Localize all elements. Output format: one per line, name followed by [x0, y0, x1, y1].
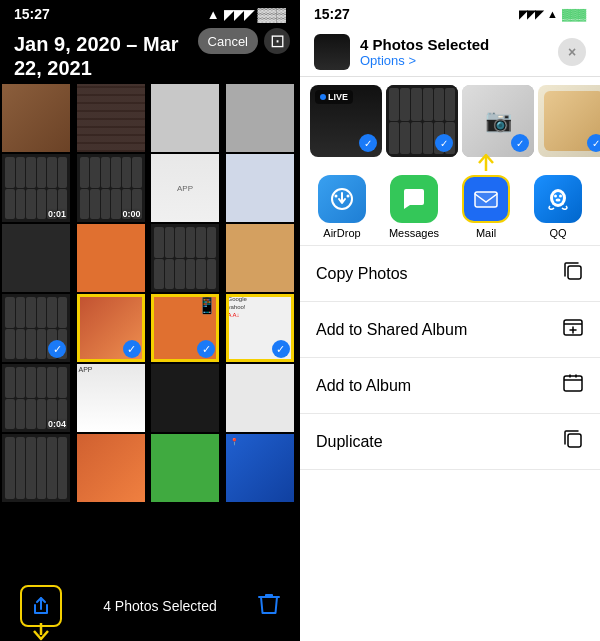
qq-icon	[534, 175, 582, 223]
grid-cell[interactable]	[2, 224, 70, 292]
grid-cell[interactable]	[77, 84, 145, 152]
cancel-button[interactable]: Cancel	[198, 28, 258, 54]
strip-check: ✓	[587, 134, 600, 152]
grid-cell[interactable]	[226, 84, 294, 152]
grid-cell-selected[interactable]: ✓	[77, 294, 145, 362]
battery-icon-left: ▓▓▓	[258, 7, 286, 22]
time-left: 15:27	[14, 6, 50, 22]
mail-label: Mail	[476, 227, 496, 239]
grid-cell[interactable]	[2, 84, 70, 152]
mail-arrow-indicator	[475, 151, 497, 177]
grid-cell[interactable]	[226, 224, 294, 292]
grid-cell-selected[interactable]: ✓	[2, 294, 70, 362]
wifi-icon-left: ▲	[207, 7, 220, 22]
right-panel: 15:27 ◤◤◤ ▲ ▓▓▓ 4 Photos Selected Option…	[300, 0, 600, 641]
grid-cell[interactable]	[151, 224, 219, 292]
grid-cell[interactable]	[226, 364, 294, 432]
copy-photos-label: Copy Photos	[316, 265, 408, 283]
svg-point-7	[559, 195, 562, 198]
top-right-buttons[interactable]: Cancel ⊡	[198, 28, 290, 54]
grid-cell[interactable]	[151, 434, 219, 502]
photo-grid: 0:01 0:00 APP	[0, 84, 300, 571]
add-album-icon	[562, 372, 584, 399]
select-icon[interactable]: ⊡	[264, 28, 290, 54]
grid-cell[interactable]	[77, 224, 145, 292]
action-item-duplicate[interactable]: Duplicate	[300, 414, 600, 470]
options-link[interactable]: Options >	[360, 53, 558, 68]
duplicate-label: Duplicate	[316, 433, 383, 451]
grid-cell[interactable]: APP	[77, 364, 145, 432]
add-shared-album-icon	[562, 316, 584, 343]
add-album-label: Add to Album	[316, 377, 411, 395]
status-icons-right: ◤◤◤ ▲ ▓▓▓	[519, 8, 586, 21]
strip-photo[interactable]: 📷 ✓	[462, 85, 534, 157]
svg-point-2	[347, 195, 350, 198]
check-badge: ✓	[123, 340, 141, 358]
qq-label: QQ	[549, 227, 566, 239]
app-item-messages[interactable]: Messages	[384, 175, 444, 239]
grid-cell-selected[interactable]: 📱 ✓	[151, 294, 219, 362]
duplicate-icon	[562, 428, 584, 455]
action-item-copy-photos[interactable]: Copy Photos	[300, 246, 600, 302]
strip-photo[interactable]: LIVE ✓	[310, 85, 382, 157]
svg-point-1	[335, 195, 338, 198]
svg-rect-11	[564, 376, 582, 391]
selected-count-label: 4 Photos Selected	[103, 598, 217, 614]
share-sheet-header: 4 Photos Selected Options > ×	[300, 26, 600, 77]
app-item-mail[interactable]: Mail	[456, 175, 516, 239]
strip-check: ✓	[359, 134, 377, 152]
share-button-wrapper	[20, 585, 62, 627]
svg-rect-12	[568, 434, 581, 447]
action-item-add-shared-album[interactable]: Add to Shared Album	[300, 302, 600, 358]
photo-strip: LIVE ✓ ✓ 📷 ✓ ✓	[300, 77, 600, 165]
grid-cell[interactable]: 0:04	[2, 364, 70, 432]
grid-cell[interactable]	[2, 434, 70, 502]
grid-cell[interactable]	[151, 364, 219, 432]
duration-badge: 0:01	[48, 209, 66, 219]
delete-button[interactable]	[258, 592, 280, 621]
time-right: 15:27	[314, 6, 350, 22]
share-sheet-thumbnail	[314, 34, 350, 70]
strip-photo[interactable]: ✓	[386, 85, 458, 157]
airdrop-icon	[318, 175, 366, 223]
check-badge: ✓	[272, 340, 290, 358]
grid-inner: 0:01 0:00 APP	[0, 84, 300, 502]
app-item-qq[interactable]: QQ	[528, 175, 588, 239]
copy-photos-icon	[562, 260, 584, 287]
grid-cell[interactable]	[77, 434, 145, 502]
grid-cell[interactable]: 0:01	[2, 154, 70, 222]
airdrop-label: AirDrop	[323, 227, 360, 239]
mail-icon	[462, 175, 510, 223]
svg-point-6	[554, 195, 557, 198]
messages-label: Messages	[389, 227, 439, 239]
close-button[interactable]: ×	[558, 38, 586, 66]
messages-icon	[390, 175, 438, 223]
action-item-add-album[interactable]: Add to Album	[300, 358, 600, 414]
bottom-toolbar: 4 Photos Selected	[0, 571, 300, 641]
wifi-icon-right: ▲	[547, 8, 558, 20]
grid-cell[interactable]	[151, 84, 219, 152]
svg-rect-3	[475, 192, 497, 207]
live-dot	[320, 94, 326, 100]
status-bar-left: 15:27 ▲ ◤◤◤ ▓▓▓	[0, 0, 300, 26]
action-list: Copy Photos Add to Shared Album Add to A…	[300, 246, 600, 641]
strip-photo[interactable]: ✓	[538, 85, 600, 157]
grid-cell[interactable]: APP	[151, 154, 219, 222]
grid-cell[interactable]: 0:00	[77, 154, 145, 222]
share-sheet-title: 4 Photos Selected	[360, 36, 558, 53]
battery-icon-right: ▓▓▓	[562, 8, 586, 20]
thumbnail-image	[314, 34, 350, 70]
app-row: AirDrop Messages	[300, 165, 600, 246]
duration-badge: 0:00	[122, 209, 140, 219]
grid-cell[interactable]: 📍	[226, 434, 294, 502]
strip-check: ✓	[511, 134, 529, 152]
add-shared-album-label: Add to Shared Album	[316, 321, 467, 339]
share-button[interactable]	[20, 585, 62, 627]
status-icons-left: ▲ ◤◤◤ ▓▓▓	[207, 7, 286, 22]
grid-cell[interactable]	[226, 154, 294, 222]
app-item-airdrop[interactable]: AirDrop	[312, 175, 372, 239]
signal-icon-left: ◤◤◤	[224, 7, 254, 22]
grid-cell-selected[interactable]: Googleyahoo!A A↓ ✓	[226, 294, 294, 362]
arrow-down-indicator	[30, 623, 52, 641]
svg-rect-9	[568, 266, 581, 279]
